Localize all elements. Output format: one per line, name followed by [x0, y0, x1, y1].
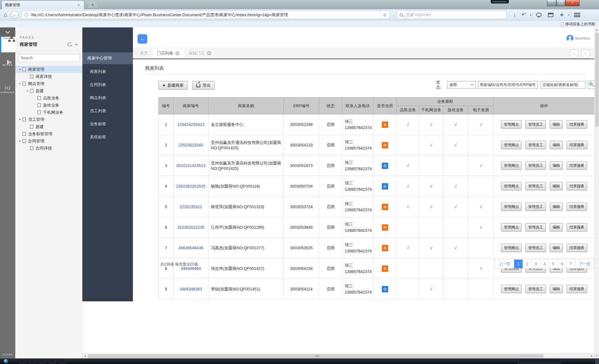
taskbar-app-icon[interactable] — [29, 359, 36, 363]
browser-tab[interactable]: 商家管理 × — [2, 1, 84, 9]
merchant-code-link[interactable]: 2235235322 — [179, 204, 202, 209]
pagination-page-2[interactable]: 2 — [523, 260, 531, 268]
row-action-管理网点[interactable]: 管理网点 — [501, 161, 522, 170]
page-back-button[interactable]: ← — [138, 34, 147, 44]
start-button[interactable] — [4, 359, 8, 363]
tab-scroll-right-button[interactable]: › — [581, 49, 590, 58]
page-link-icon[interactable]: ↪ — [75, 42, 78, 47]
tab-scroll-left-button[interactable]: ‹ — [569, 49, 578, 58]
browser-search-box[interactable]: 百度 <Ctrl+K> — [397, 11, 507, 19]
tab-close-icon[interactable]: × — [207, 51, 211, 55]
system-tray[interactable] — [518, 359, 562, 364]
sidebar-item-网点列表[interactable]: 网点列表 — [82, 92, 133, 103]
chat-icon[interactable] — [536, 13, 542, 17]
workspace-tab-门店列表[interactable]: 门店列表× — [153, 48, 184, 59]
row-action-编辑[interactable]: 编辑 — [550, 285, 563, 293]
download-icon[interactable]: ↓ — [510, 12, 519, 18]
addon-caret-icon[interactable]: ▾ — [567, 13, 571, 17]
panel-icon[interactable] — [548, 13, 553, 17]
pagination-next[interactable]: 下一页 — [575, 260, 594, 268]
merchant-code-link[interactable]: 23523523242 — [178, 143, 203, 147]
home-icon[interactable]: ⌂ — [4, 11, 7, 18]
row-action-管理网点[interactable]: 管理网点 — [501, 244, 522, 252]
row-action-管理网点[interactable]: 管理网点 — [501, 182, 522, 190]
scroll-up-icon[interactable]: ▲ — [595, 27, 599, 32]
row-action-管理网点[interactable]: 管理网点 — [501, 203, 522, 211]
user-chip[interactable]: business — [567, 35, 590, 42]
tree-caret-icon[interactable] — [18, 81, 22, 86]
row-action-管理网点[interactable]: 管理网点 — [501, 223, 522, 232]
history-caret-icon[interactable]: ▾ — [529, 13, 533, 17]
history-icon[interactable]: ↶ — [519, 12, 529, 18]
taskbar-app-icon[interactable] — [39, 359, 46, 363]
close-button[interactable]: × — [565, 0, 580, 6]
row-action-管理员工[interactable]: 管理员工 — [525, 244, 546, 252]
mobile-bookmark-label[interactable]: 移动设备上的书签 — [565, 22, 595, 27]
pagination-page-4[interactable]: 4 — [540, 260, 549, 268]
tree-item-千机网业务[interactable]: 千机网业务 — [15, 109, 82, 116]
row-action-管理员工[interactable]: 管理员工 — [525, 141, 546, 149]
taskbar-app-icon[interactable] — [59, 359, 66, 363]
merchant-code-link[interactable]: 3464346363 — [179, 287, 202, 291]
tree-item-合同详情[interactable]: 合同详情 — [15, 145, 82, 152]
pagination-page-5[interactable]: 5 — [549, 260, 558, 268]
tree-item-员工管理[interactable]: 员工管理 — [15, 116, 82, 123]
info-icon[interactable]: i — [24, 12, 29, 17]
sidebar-item-业务标签[interactable]: 业务标签 — [82, 118, 133, 130]
show-desktop-button[interactable] — [595, 358, 599, 364]
back-icon[interactable]: ← — [11, 11, 19, 19]
row-action-编辑[interactable]: 编辑 — [550, 141, 563, 149]
merchant-code-link[interactable]: 2352352352525 — [176, 184, 206, 189]
pagination-page-7[interactable]: 7 — [566, 260, 575, 268]
row-action-结算报表[interactable]: 结算报表 — [567, 161, 587, 170]
row-action-编辑[interactable]: 编辑 — [550, 161, 563, 170]
tree-caret-icon[interactable] — [25, 89, 29, 93]
merchant-code-link[interactable]: 123424235423 — [177, 122, 204, 127]
row-action-结算报表[interactable]: 结算报表 — [567, 285, 587, 293]
row-action-结算报表[interactable]: 结算报表 — [567, 141, 587, 149]
row-action-管理员工[interactable]: 管理员工 — [525, 285, 546, 293]
tree-caret-icon[interactable] — [18, 67, 22, 72]
row-action-结算报表[interactable]: 结算报表 — [567, 223, 587, 232]
row-action-管理网点[interactable]: 管理网点 — [501, 120, 522, 129]
taskbar-app-icon[interactable] — [19, 359, 26, 363]
row-action-管理员工[interactable]: 管理员工 — [525, 223, 546, 232]
tree-item-新建[interactable]: 新建 — [15, 87, 82, 94]
row-action-管理员工[interactable]: 管理员工 — [525, 161, 546, 170]
row-action-管理员工[interactable]: 管理员工 — [525, 120, 546, 129]
new-tab-button[interactable]: + — [88, 2, 97, 8]
workspace-tab-首页[interactable]: 首页 — [136, 48, 153, 59]
row-action-结算报表[interactable]: 结算报表 — [567, 120, 587, 129]
vertical-scrollbar[interactable]: ▲ ▼ — [594, 27, 599, 358]
taskbar-app-icon[interactable] — [49, 359, 56, 363]
horizontal-scroll-thumb[interactable] — [88, 354, 543, 358]
pages-search-input[interactable] — [18, 54, 80, 62]
addon-icon[interactable]: ∗ — [557, 12, 567, 18]
tree-item-商家管理[interactable]: 商家管理 — [15, 66, 82, 73]
row-action-管理网点[interactable]: 管理网点 — [501, 141, 522, 149]
pagination-page-1[interactable]: 1 — [514, 260, 523, 268]
row-action-结算报表[interactable]: 结算报表 — [567, 203, 587, 211]
row-action-管理网点[interactable]: 管理网点 — [501, 285, 522, 293]
merchant-code-filter-input[interactable] — [478, 81, 538, 89]
tree-item-品胜业务[interactable]: 品胜业务 — [15, 94, 82, 102]
tab-close-icon[interactable]: × — [76, 3, 81, 7]
tree-item-新建[interactable]: 新建 — [15, 123, 82, 130]
rail-close-button[interactable]: CLOSE — [0, 353, 15, 356]
vertical-scroll-thumb[interactable] — [595, 33, 599, 127]
reload-icon[interactable]: ↻ — [380, 12, 390, 18]
pagination-page-3[interactable]: 3 — [531, 260, 540, 268]
scroll-down-icon[interactable]: ▼ — [595, 353, 599, 358]
row-action-结算报表[interactable]: 结算报表 — [567, 182, 587, 190]
rail-item-console[interactable]: (x) CONSOLE — [0, 84, 15, 99]
sidebar-item-员工列表[interactable]: 员工列表 — [82, 105, 133, 117]
scroll-left-icon[interactable]: ◄ — [82, 355, 87, 357]
tab-close-icon[interactable]: × — [175, 51, 180, 55]
scroll-right-icon[interactable]: ► — [589, 355, 594, 357]
tree-caret-icon[interactable] — [18, 117, 22, 122]
store-name-filter-input[interactable] — [541, 81, 586, 89]
tree-item-网点管理[interactable]: 网点管理 — [15, 80, 82, 87]
merchant-code-link[interactable]: 3532231423523 — [176, 163, 206, 168]
row-action-管理员工[interactable]: 管理员工 — [525, 182, 546, 190]
row-action-编辑[interactable]: 编辑 — [550, 223, 563, 232]
